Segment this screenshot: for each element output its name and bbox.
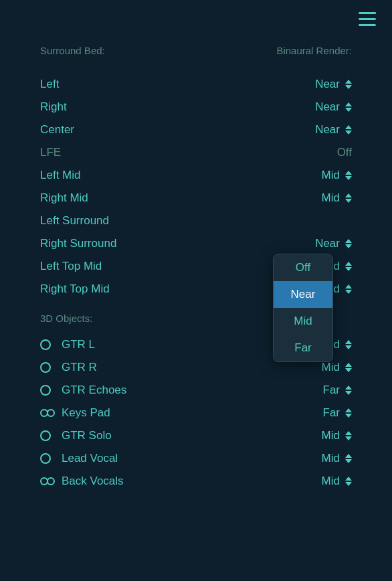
lfe-render[interactable]: Off	[337, 146, 352, 159]
right-mid-label: Right Mid	[40, 191, 88, 205]
right-spinner[interactable]	[345, 101, 352, 113]
object-row-lead-vocal: Lead Vocal Mid	[40, 447, 352, 470]
gtr-echoes-spinner[interactable]	[345, 384, 352, 396]
back-vocals-spinner[interactable]	[345, 475, 352, 487]
keys-pad-spinner[interactable]	[345, 407, 352, 419]
right-surround-value: Near	[315, 237, 340, 250]
left-mid-label: Left Mid	[40, 169, 80, 182]
right-top-mid-spinner[interactable]	[345, 283, 352, 295]
object-row-keys-pad: Keys Pad Far	[40, 402, 352, 424]
gtr-solo-label: GTR Solo	[62, 429, 322, 442]
left-spinner[interactable]	[345, 78, 352, 90]
keys-pad-icon	[40, 409, 62, 417]
left-mid-spinner[interactable]	[345, 169, 352, 181]
lfe-value: Off	[337, 146, 352, 159]
center-render[interactable]: Near	[315, 123, 352, 137]
keys-pad-value-wrap[interactable]: Far	[323, 406, 353, 420]
left-top-mid-spinner[interactable]	[345, 260, 352, 272]
right-mid-value: Mid	[322, 191, 340, 205]
lead-vocal-value-wrap[interactable]: Mid	[322, 452, 352, 465]
dropdown-option-mid[interactable]: Mid	[274, 308, 332, 335]
right-mid-spinner[interactable]	[345, 192, 352, 204]
row-left: Left Near	[40, 73, 352, 96]
gtr-echoes-icon	[40, 385, 62, 396]
binaural-dropdown: Off Near Mid Far	[273, 254, 333, 362]
keys-pad-label: Keys Pad	[62, 406, 323, 420]
svg-rect-1	[359, 18, 376, 20]
right-surround-spinner[interactable]	[345, 238, 352, 250]
left-mid-render[interactable]: Mid	[322, 169, 352, 182]
row-left-surround: Left Surround Near	[40, 210, 352, 232]
dropdown-option-off[interactable]: Off	[274, 254, 332, 281]
gtr-echoes-value: Far	[323, 384, 340, 397]
gtr-r-icon	[40, 362, 62, 373]
svg-rect-3	[372, 12, 376, 14]
gtr-l-spinner[interactable]	[345, 339, 352, 351]
center-spinner[interactable]	[345, 124, 352, 136]
back-vocals-value-wrap[interactable]: Mid	[322, 475, 352, 488]
right-mid-render[interactable]: Mid	[322, 191, 352, 205]
dropdown-option-far[interactable]: Far	[274, 335, 332, 361]
center-label: Center	[40, 123, 74, 137]
left-render[interactable]: Near	[315, 78, 352, 91]
gtr-r-value: Mid	[322, 361, 340, 374]
header	[0, 0, 392, 37]
lead-vocal-spinner[interactable]	[345, 452, 352, 465]
back-vocals-label: Back Vocals	[62, 475, 322, 488]
gtr-r-spinner[interactable]	[345, 361, 352, 374]
menu-icon[interactable]	[359, 12, 376, 31]
center-value: Near	[315, 123, 340, 137]
object-row-gtr-echoes: GTR Echoes Far	[40, 379, 352, 402]
row-right-surround: Right Surround Near Off Near Mid Far	[40, 232, 352, 255]
gtr-l-icon	[40, 339, 62, 350]
lfe-label: LFE	[40, 146, 61, 159]
gtr-solo-value: Mid	[322, 429, 340, 442]
gtr-r-value-wrap[interactable]: Mid	[322, 361, 352, 374]
lead-vocal-value: Mid	[322, 452, 340, 465]
right-label: Right	[40, 100, 67, 114]
gtr-solo-value-wrap[interactable]: Mid	[322, 429, 352, 442]
right-top-mid-label: Right Top Mid	[40, 282, 110, 296]
left-label: Left	[40, 78, 59, 91]
svg-rect-2	[359, 24, 376, 26]
left-top-mid-label: Left Top Mid	[40, 260, 102, 273]
dropdown-option-near[interactable]: Near	[274, 281, 332, 308]
right-surround-render[interactable]: Near	[315, 237, 352, 250]
keys-pad-value: Far	[323, 406, 340, 420]
gtr-r-label: GTR R	[62, 361, 322, 374]
surround-bed-label: Surround Bed:	[40, 45, 105, 56]
gtr-solo-icon	[40, 430, 62, 441]
gtr-echoes-label: GTR Echoes	[62, 384, 323, 397]
object-row-back-vocals: Back Vocals Mid	[40, 470, 352, 493]
gtr-echoes-value-wrap[interactable]: Far	[323, 384, 353, 397]
left-mid-value: Mid	[322, 169, 340, 182]
row-lfe: LFE Off	[40, 141, 352, 164]
binaural-render-label: Binaural Render:	[276, 45, 352, 56]
back-vocals-value: Mid	[322, 475, 340, 488]
object-row-gtr-solo: GTR Solo Mid	[40, 424, 352, 447]
lead-vocal-icon	[40, 453, 62, 464]
right-value: Near	[315, 100, 340, 114]
row-right: Right Near	[40, 96, 352, 118]
gtr-solo-spinner[interactable]	[345, 430, 352, 442]
row-right-mid: Right Mid Mid	[40, 187, 352, 210]
back-vocals-icon	[40, 477, 62, 485]
lead-vocal-label: Lead Vocal	[62, 452, 322, 465]
left-value: Near	[315, 78, 340, 91]
row-center: Center Near	[40, 118, 352, 141]
right-render[interactable]: Near	[315, 100, 352, 114]
left-surround-label: Left Surround	[40, 214, 109, 228]
row-left-mid: Left Mid Mid	[40, 164, 352, 187]
right-surround-label: Right Surround	[40, 237, 116, 250]
